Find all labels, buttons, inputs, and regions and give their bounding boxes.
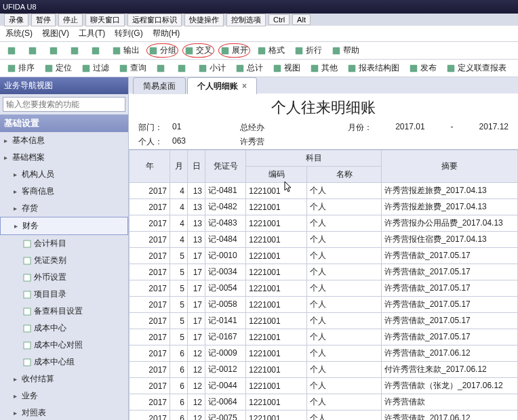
cell-desc: 许秀营报办公用品费_2017.04.13 [382, 215, 518, 232]
table-row[interactable]: 2017612记-00441221001个人许秀营借款（张龙）_2017.06.… [130, 378, 518, 394]
menu-item-3[interactable]: 转到(G) [115, 28, 142, 39]
tree-item-10[interactable]: 备查科目设置 [0, 303, 128, 320]
tb2-btn-publish[interactable]: 发布 [406, 61, 439, 75]
cell-day: 13 [188, 232, 205, 248]
tree-item-6[interactable]: 会计科目 [0, 235, 128, 252]
tree-label: 成本中心组 [34, 356, 75, 368]
menu-item-0[interactable]: 系统(S) [5, 28, 33, 39]
cell-month: 5 [170, 280, 188, 297]
table-row[interactable]: 2017413记-04841221001个人许秀营报住宿费_2017.04.13 [130, 232, 518, 248]
tree-item-5[interactable]: ▸财务 [0, 217, 128, 235]
table-row[interactable]: 2017517记-01411221001个人许秀营借款_2017.05.17 [130, 313, 518, 329]
table-row[interactable]: 2017413记-04831221001个人许秀营报办公用品费_2017.04.… [130, 215, 518, 232]
tb1-btn-output[interactable]: 输出 [109, 43, 142, 58]
tb2-btn-total[interactable]: 总计 [233, 61, 266, 75]
cell-desc: 许秀营借款（张龙）_2017.06.12 [382, 378, 518, 394]
tree-item-0[interactable]: ▸基本信息 [0, 132, 128, 149]
svg-rect-19 [237, 64, 244, 72]
tb1-btn-new[interactable] [4, 45, 21, 57]
tree-item-13[interactable]: 成本中心组 [0, 354, 128, 371]
menu-item-2[interactable]: 工具(T) [79, 28, 105, 39]
tb1-btn-preview[interactable] [88, 45, 105, 57]
cell-month: 4 [170, 183, 188, 199]
cell-name: 个人 [307, 280, 382, 297]
tb1-btn-format[interactable]: 格式 [254, 43, 287, 58]
month-label: 月份： [348, 122, 372, 133]
cell-desc: 许秀营报住宿费_2017.04.13 [382, 232, 518, 248]
tb1-btn-wrap[interactable]: 折行 [292, 43, 325, 58]
cell-month: 6 [170, 411, 188, 421]
table-row[interactable]: 2017517记-00581221001个人许秀营借款_2017.05.17 [130, 297, 518, 313]
table-row[interactable]: 2017517记-00341221001个人许秀营借款_2017.05.17 [130, 264, 518, 280]
tree-item-12[interactable]: 成本中心对照 [0, 337, 128, 354]
remote-btn-2[interactable]: 停止 [58, 14, 83, 26]
table-row[interactable]: 2017612记-00751221001个人许秀营借款_2017.06.12 [130, 411, 518, 421]
svg-rect-9 [258, 47, 266, 54]
tree-item-14[interactable]: ▸收付结算 [0, 371, 128, 387]
cell-name: 个人 [307, 297, 382, 313]
tb1-btn-help[interactable]: 帮助 [329, 43, 362, 58]
table-row[interactable]: 2017517记-00101221001个人许秀营借款_2017.05.17 [130, 248, 518, 264]
cell-voucher: 记-0054 [205, 280, 246, 297]
remote-btn-1[interactable]: 暂停 [31, 14, 56, 26]
table-row[interactable]: 2017612记-00641221001个人许秀营借款 [130, 394, 518, 411]
tree-item-8[interactable]: 外币设置 [0, 269, 128, 286]
tb2-btn-other[interactable]: 其他 [307, 61, 340, 75]
tree-item-7[interactable]: 凭证类别 [0, 252, 128, 269]
tb1-btn-group[interactable]: 分组 [146, 43, 178, 58]
menu-item-4[interactable]: 帮助(H) [153, 28, 180, 39]
col-year[interactable]: 年 [130, 150, 170, 183]
col-name[interactable]: 名称 [307, 167, 382, 183]
tb2-btn-nav[interactable] [174, 62, 191, 75]
tree-item-11[interactable]: 成本中心 [0, 320, 128, 337]
col-day[interactable]: 日 [188, 150, 205, 183]
tb2-btn-struct[interactable]: 报表结构图 [344, 61, 402, 75]
table-row[interactable]: 2017413记-04811221001个人许秀营报差旅费_2017.04.13 [130, 183, 518, 199]
table-row[interactable]: 2017517记-00541221001个人许秀营借款_2017.05.17 [130, 280, 518, 297]
remote-btn-4[interactable]: 远程窗口标识 [127, 14, 182, 26]
col-code[interactable]: 编码 [246, 167, 307, 183]
tb2-btn-deflink[interactable]: 定义联查报表 [443, 61, 509, 75]
table-row[interactable]: 2017517记-01671221001个人许秀营借款_2017.05.17 [130, 329, 518, 345]
tb2-btn-locate[interactable]: 定位 [41, 61, 75, 75]
tb1-btn-cross[interactable]: 交叉 [182, 43, 214, 58]
menu-item-1[interactable]: 视图(V) [42, 28, 69, 39]
remote-btn-7[interactable]: Ctrl [268, 14, 290, 25]
search-input[interactable] [3, 97, 125, 112]
tb2-btn-subtotal[interactable]: 小计 [195, 61, 228, 75]
tree-item-4[interactable]: ▸存货 [0, 200, 128, 217]
tree-item-2[interactable]: ▸机构人员 [0, 166, 128, 183]
table-row[interactable]: 2017612记-00091221001个人许秀营借款_2017.06.12 [130, 345, 518, 362]
tb1-btn-saveall[interactable] [67, 45, 84, 57]
remote-btn-6[interactable]: 控制选项 [226, 14, 266, 26]
tab-0[interactable]: 简易桌面 [133, 77, 186, 94]
dept-label: 部门： [138, 122, 163, 133]
tb1-btn-open[interactable] [25, 45, 42, 57]
tree-item-15[interactable]: ▸业务 [0, 387, 128, 404]
tb2-btn-sort[interactable]: 排序 [4, 61, 37, 75]
tb2-btn-query[interactable]: 查询 [116, 61, 149, 75]
tb1-btn-save[interactable] [46, 45, 63, 57]
grid-wrap[interactable]: 年 月 日 凭证号 科目 摘要 编码 名称 2017413记-048112210… [129, 149, 518, 420]
cell-desc: 付许秀营往来款_2017.06.12 [382, 362, 518, 378]
tree-item-9[interactable]: 项目目录 [0, 286, 128, 303]
close-icon[interactable]: × [242, 81, 247, 91]
tree-item-1[interactable]: ▸基础档案 [0, 149, 128, 166]
col-voucher[interactable]: 凭证号 [205, 150, 246, 183]
col-subject[interactable]: 科目 [246, 150, 382, 167]
remote-btn-5[interactable]: 快捷操作 [184, 14, 224, 26]
tb2-btn-view[interactable]: 视图 [270, 61, 303, 75]
remote-btn-3[interactable]: 聊天窗口 [85, 14, 125, 26]
remote-btn-8[interactable]: Alt [292, 14, 311, 25]
tree-item-16[interactable]: ▸对照表 [0, 404, 128, 420]
tab-1[interactable]: 个人明细账× [187, 77, 257, 94]
col-desc[interactable]: 摘要 [382, 150, 518, 183]
tree-item-3[interactable]: ▸客商信息 [0, 183, 128, 200]
remote-btn-0[interactable]: 录像 [4, 14, 28, 26]
tb2-btn-refresh[interactable] [153, 62, 170, 75]
table-row[interactable]: 2017413记-04821221001个人许秀营报差旅费_2017.04.13 [130, 199, 518, 215]
tb1-btn-expand[interactable]: 展开 [218, 43, 250, 58]
tb2-btn-filter[interactable]: 过滤 [79, 61, 112, 75]
col-month[interactable]: 月 [170, 150, 188, 183]
table-row[interactable]: 2017612记-00121221001个人付许秀营往来款_2017.06.12 [130, 362, 518, 378]
